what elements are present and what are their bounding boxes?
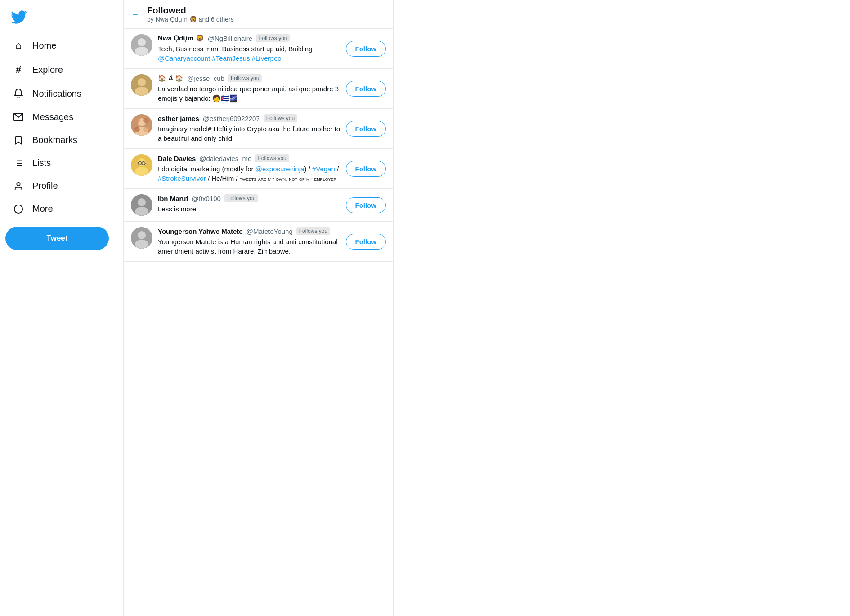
page-subtitle: by Nwa Ọdụm 🦁 and 6 others [147,16,234,23]
svg-point-7 [17,182,20,185]
svg-point-34 [138,198,146,206]
user-name-3: esther james [158,115,199,122]
page-title: Followed [147,5,234,16]
sidebar-item-more[interactable]: More [5,198,60,219]
follow-button-4[interactable]: Follow [346,161,386,177]
sidebar-label-profile: Profile [32,181,58,191]
sidebar-label-lists: Lists [32,158,51,168]
follow-button-1[interactable]: Follow [346,41,386,57]
sidebar-label-explore: Explore [32,65,63,75]
page-header: ← Followed by Nwa Ọdụm 🦁 and 6 others [124,0,393,29]
user-bio-5: Less is more! [158,204,340,214]
home-icon: ⌂ [13,40,24,51]
user-name-row-6: Youngerson Yahwe Matete @MateteYoung Fol… [158,227,340,235]
sidebar-label-home: Home [32,40,56,51]
user-info-6: Youngerson Yahwe Matete @MateteYoung Fol… [158,227,340,256]
user-name-row-5: Ibn Maruf @0x0100 Follows you [158,194,340,202]
user-name-4: Dale Davies [158,155,196,162]
svg-point-24 [143,127,149,132]
user-name-5: Ibn Maruf [158,195,188,202]
user-bio-4: I do digital marketing (mostly for @expo… [158,164,340,183]
avatar-4 [131,154,152,176]
sidebar-item-explore[interactable]: # Explore [5,58,70,81]
follows-you-badge-3: Follows you [264,114,297,122]
notifications-icon [13,88,24,99]
user-name-row-3: esther james @estherj60922207 Follows yo… [158,114,340,122]
sidebar-label-notifications: Notifications [32,89,81,99]
user-name-row-4: Dale Davies @daledavies_me Follows you [158,154,340,162]
user-handle-6: @MateteYoung [246,228,293,235]
svg-point-17 [135,87,148,96]
svg-point-21 [134,118,140,123]
svg-point-27 [135,167,148,176]
avatar-1 [131,34,152,56]
follow-button-6[interactable]: Follow [346,234,386,250]
profile-icon [13,181,24,191]
main-content: ← Followed by Nwa Ọdụm 🦁 and 6 others Nw… [124,0,394,616]
follows-you-badge-4: Follows you [255,154,289,162]
svg-point-13 [138,38,146,46]
user-item-2: 🏠 Å 🏠 @jesse_cub Follows you La verdad n… [124,69,393,109]
svg-point-37 [138,231,146,239]
hashtag-1b: #Liverpool [252,54,283,62]
follow-button-5[interactable]: Follow [346,197,386,213]
user-item-6: Youngerson Yahwe Matete @MateteYoung Fol… [124,222,393,262]
mention-1: @Canaryaccount [158,54,210,62]
sidebar-item-notifications[interactable]: Notifications [5,83,89,104]
tweet-button[interactable]: Tweet [5,227,109,250]
sidebar-label-more: More [32,204,53,214]
twitter-bird-icon [11,9,27,25]
svg-point-22 [143,118,149,123]
svg-point-14 [135,47,148,56]
follows-you-badge-5: Follows you [224,194,258,202]
hashtag-1a: #TeamJesus [212,54,250,62]
user-bio-1: Tech, Business man, Business start up ai… [158,44,340,63]
lists-icon [13,158,24,168]
user-name-1: Nwa Ọdụm 🦁 [158,34,204,42]
sidebar-item-home[interactable]: ⌂ Home [5,34,63,57]
follow-button-2[interactable]: Follow [346,81,386,97]
bookmarks-icon [13,135,24,145]
twitter-logo[interactable] [5,4,32,32]
user-name-row-2: 🏠 Å 🏠 @jesse_cub Follows you [158,74,340,82]
sidebar-item-profile[interactable]: Profile [5,175,65,196]
svg-point-23 [134,127,140,132]
messages-icon [13,112,24,122]
sidebar-item-lists[interactable]: Lists [5,152,58,174]
mention-4a: @exposureninja [255,165,304,173]
svg-point-38 [135,240,148,249]
user-bio-2: La verdad no tengo ni idea que poner aqu… [158,84,340,103]
sidebar-item-messages[interactable]: Messages [5,106,81,128]
hashtag-4a: #Vegan [312,165,335,173]
user-info-2: 🏠 Å 🏠 @jesse_cub Follows you La verdad n… [158,74,340,103]
hashtag-4b: #StrokeSurvivor [158,174,206,182]
user-bio-6: Youngerson Matete is a Human rights and … [158,237,340,256]
user-name-6: Youngerson Yahwe Matete [158,228,243,235]
avatar-6 [131,227,152,249]
explore-icon: # [13,64,24,76]
svg-point-16 [138,78,146,86]
user-item-4: Dale Davies @daledavies_me Follows you I… [124,149,393,189]
follow-button-3[interactable]: Follow [346,121,386,137]
user-info-1: Nwa Ọdụm 🦁 @NgBillionaire Follows you Te… [158,34,340,63]
sidebar-label-messages: Messages [32,112,73,122]
user-bio-3: Imaginary model# Heftily into Crypto aka… [158,124,340,143]
user-info-3: esther james @estherj60922207 Follows yo… [158,114,340,143]
user-info-4: Dale Davies @daledavies_me Follows you I… [158,154,340,183]
follows-you-badge-1: Follows you [256,34,290,42]
follows-you-badge-2: Follows you [228,74,262,82]
user-handle-4: @daledavies_me [199,155,251,162]
avatar-2 [131,74,152,96]
user-info-5: Ibn Maruf @0x0100 Follows you Less is mo… [158,194,340,214]
back-button[interactable]: ← [131,9,140,19]
sidebar-nav: ⌂ Home # Explore Notifications Messages … [5,34,118,219]
user-handle-2: @jesse_cub [187,75,224,82]
user-item-3: esther james @estherj60922207 Follows yo… [124,109,393,149]
sidebar-item-bookmarks[interactable]: Bookmarks [5,129,85,151]
svg-point-35 [135,207,148,216]
avatar-3 [131,114,152,136]
avatar-5 [131,194,152,216]
sidebar-label-bookmarks: Bookmarks [32,135,77,145]
user-handle-3: @estherj60922207 [203,115,260,122]
user-item-5: Ibn Maruf @0x0100 Follows you Less is mo… [124,189,393,222]
